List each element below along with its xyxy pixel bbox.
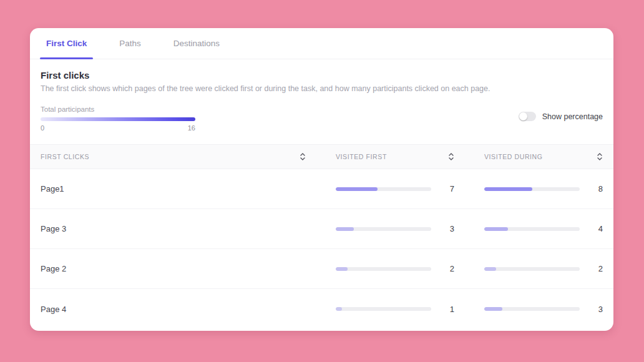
show-percentage-control: Show percentage (519, 112, 603, 121)
metric-bar (336, 307, 431, 311)
show-percentage-label: Show percentage (542, 112, 603, 121)
participants-scale: 0 16 (41, 124, 195, 132)
visited-first-cell: 2 (336, 264, 454, 273)
tab-first-click[interactable]: First Click (40, 28, 93, 59)
metric-bar (484, 227, 580, 231)
column-label: VISITED FIRST (336, 153, 387, 160)
metric-bar (484, 307, 580, 311)
first-click-panel: First Click Paths Destinations First cli… (30, 28, 613, 331)
metric-bar-fill (484, 307, 502, 311)
metric-bar-fill (336, 267, 348, 271)
metric-bar-fill (484, 227, 508, 231)
total-participants-bar (41, 117, 195, 121)
metric-bar-fill (336, 187, 378, 191)
metric-value: 2 (450, 264, 454, 273)
column-header-visited-during: VISITED DURING (484, 152, 603, 162)
column-label: FIRST CLICKS (41, 153, 89, 160)
metric-value: 4 (598, 224, 603, 233)
sort-updown-icon[interactable] (597, 152, 603, 162)
tab-paths[interactable]: Paths (113, 28, 147, 59)
metric-bar-fill (336, 227, 354, 231)
page-name: Page 2 (41, 264, 306, 273)
metric-value: 7 (450, 184, 454, 193)
first-clicks-table: FIRST CLICKS VISITED FIRST VISITED DURIN… (30, 144, 613, 329)
page-name: Page1 (41, 184, 306, 193)
metric-bar (484, 267, 580, 271)
column-header-first-clicks: FIRST CLICKS (41, 152, 306, 162)
participants-max: 16 (188, 124, 195, 132)
table-body: Page178Page 334Page 222Page 413 (30, 169, 613, 329)
table-header: FIRST CLICKS VISITED FIRST VISITED DURIN… (30, 144, 613, 169)
visited-during-cell: 4 (484, 224, 603, 233)
metric-bar (336, 187, 431, 191)
metric-value: 3 (450, 224, 454, 233)
visited-during-cell: 8 (484, 184, 603, 193)
page-name: Page 3 (41, 224, 306, 233)
sort-updown-icon[interactable] (448, 152, 454, 162)
table-row[interactable]: Page 413 (30, 289, 613, 329)
visited-first-cell: 7 (336, 184, 454, 193)
visited-first-cell: 3 (336, 224, 454, 233)
column-header-visited-first: VISITED FIRST (336, 152, 454, 162)
metric-value: 3 (598, 305, 603, 314)
visited-first-cell: 1 (336, 305, 454, 314)
metric-value: 8 (598, 184, 603, 193)
controls-row: Total participants 0 16 Show percentage (30, 105, 613, 132)
metric-value: 1 (450, 305, 454, 314)
section-intro: First clicks The first click shows which… (30, 59, 613, 93)
metric-bar-fill (484, 187, 532, 191)
column-label: VISITED DURING (484, 153, 543, 160)
tab-bar: First Click Paths Destinations (30, 28, 613, 59)
show-percentage-toggle[interactable] (519, 112, 536, 121)
page-description: The first click shows which pages of the… (41, 84, 603, 93)
participants-min: 0 (41, 124, 44, 132)
page-title: First clicks (41, 70, 603, 81)
table-row[interactable]: Page 334 (30, 209, 613, 249)
page-name: Page 4 (41, 305, 306, 314)
sort-updown-icon[interactable] (300, 152, 306, 162)
metric-bar-fill (336, 307, 342, 311)
table-row[interactable]: Page178 (30, 169, 613, 209)
metric-value: 2 (598, 264, 603, 273)
toggle-knob-icon (519, 112, 527, 120)
metric-bar (484, 187, 580, 191)
visited-during-cell: 3 (484, 305, 603, 314)
tab-destinations[interactable]: Destinations (167, 28, 226, 59)
metric-bar (336, 267, 431, 271)
metric-bar-fill (484, 267, 496, 271)
total-participants-block: Total participants 0 16 (41, 105, 195, 132)
visited-during-cell: 2 (484, 264, 603, 273)
table-row[interactable]: Page 222 (30, 249, 613, 289)
total-participants-label: Total participants (41, 105, 195, 113)
metric-bar (336, 227, 431, 231)
